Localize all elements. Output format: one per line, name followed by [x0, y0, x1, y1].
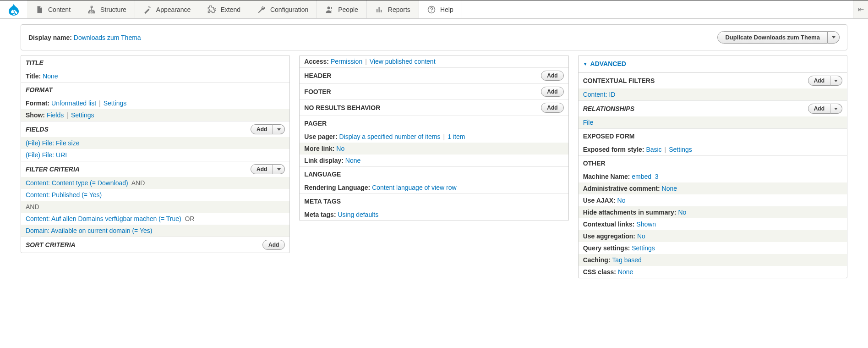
access-permission-link[interactable]: View published content: [370, 58, 436, 65]
caching-value[interactable]: Tag based: [612, 256, 642, 264]
use-aggregation-value[interactable]: No: [637, 232, 645, 240]
rendering-language-value[interactable]: Content language of view row: [372, 184, 456, 191]
access-value[interactable]: Permission: [331, 58, 362, 65]
chart-icon: [375, 6, 383, 14]
metatags-heading: META TAGS: [300, 193, 568, 209]
contextual-add-button[interactable]: Add: [808, 76, 830, 86]
filter-add-dropdown[interactable]: [273, 164, 285, 174]
machine-name-label: Machine Name:: [583, 173, 630, 180]
toolbar-label: Appearance: [156, 6, 191, 13]
more-link-label: More link:: [304, 145, 334, 152]
access-label: Access:: [304, 58, 329, 65]
pager-items-link[interactable]: 1 item: [448, 133, 465, 140]
toolbar-label: Configuration: [270, 6, 308, 13]
contextual-links-label: Contextual links:: [583, 221, 635, 228]
show-settings-link[interactable]: Settings: [71, 111, 94, 119]
relationships-heading: RELATIONSHIPS: [583, 105, 635, 112]
display-name-bar: Display name: Downloads zum Thema Duplic…: [21, 24, 847, 50]
advanced-toggle[interactable]: ▼ADVANCED: [579, 55, 847, 72]
format-settings-link[interactable]: Settings: [104, 99, 127, 107]
display-name-label: Display name:: [28, 34, 72, 41]
relationships-add-dropdown[interactable]: [830, 104, 842, 114]
more-link-value[interactable]: No: [336, 145, 344, 152]
svg-point-2: [431, 11, 432, 12]
toolbar-item-reports[interactable]: Reports: [367, 0, 419, 18]
query-settings-label: Query settings:: [583, 244, 630, 252]
pager-value[interactable]: Display a specified number of items: [339, 133, 441, 140]
display-name-value[interactable]: Downloads zum Thema: [74, 34, 141, 41]
header-add-button[interactable]: Add: [541, 71, 563, 81]
title-label: Title:: [26, 72, 41, 80]
footer-add-button[interactable]: Add: [541, 87, 563, 97]
title-value[interactable]: None: [43, 72, 58, 80]
duplicate-button[interactable]: Duplicate Downloads zum Thema: [717, 31, 828, 44]
toolbar-item-content[interactable]: Content: [27, 0, 79, 18]
query-settings-value[interactable]: Settings: [632, 244, 655, 252]
noresults-heading: NO RESULTS BEHAVIOR: [304, 104, 380, 111]
sort-add-button[interactable]: Add: [262, 240, 285, 250]
drupal-logo[interactable]: [0, 0, 27, 18]
sort-heading: SORT CRITERIA: [26, 241, 76, 249]
exposed-form-style-value[interactable]: Basic: [646, 146, 661, 153]
field-item[interactable]: (File) File: File size: [26, 139, 79, 147]
admin-comment-value[interactable]: None: [662, 185, 677, 192]
advanced-heading: ADVANCED: [590, 60, 626, 67]
toolbar-collapse-icon[interactable]: ⇤: [853, 0, 868, 18]
duplicate-dropdown[interactable]: [828, 31, 840, 44]
triangle-down-icon: ▼: [583, 61, 588, 66]
hide-attachments-label: Hide attachments in summary:: [583, 209, 677, 216]
wrench-icon: [257, 6, 266, 14]
svg-point-0: [328, 6, 330, 9]
filter-item[interactable]: Content: Content type (= Download): [26, 179, 128, 187]
field-item[interactable]: (File) File: URI: [26, 151, 67, 159]
use-ajax-value[interactable]: No: [617, 197, 626, 204]
filter-item[interactable]: Content: Published (= Yes): [26, 191, 102, 199]
toolbar-label: Reports: [388, 6, 410, 13]
fields-add-button[interactable]: Add: [251, 124, 273, 134]
link-display-label: Link display:: [304, 157, 344, 164]
contextual-filter-item[interactable]: Content: ID: [583, 91, 616, 98]
exposed-form-style-label: Exposed form style:: [583, 146, 644, 153]
css-class-value[interactable]: None: [618, 268, 633, 276]
column-middle: Access: Permission|View published conten…: [299, 55, 568, 221]
contextual-links-value[interactable]: Shown: [636, 221, 656, 228]
filter-operator: AND: [26, 203, 39, 210]
metatags-value[interactable]: Using defaults: [338, 211, 378, 218]
toolbar-item-configuration[interactable]: Configuration: [249, 0, 317, 18]
help-icon: [427, 6, 436, 14]
filter-item[interactable]: Content: Auf allen Domains verfügbar mac…: [26, 215, 181, 222]
hierarchy-icon: [87, 6, 96, 14]
column-left: TITLE Title: None FORMAT Format: Unforma…: [21, 55, 290, 253]
use-ajax-label: Use AJAX:: [583, 197, 616, 204]
contextual-filters-heading: CONTEXTUAL FILTERS: [583, 77, 655, 84]
fields-add-dropdown[interactable]: [273, 124, 285, 134]
filter-add-button[interactable]: Add: [251, 164, 273, 174]
toolbar-item-people[interactable]: People: [317, 0, 367, 18]
css-class-label: CSS class:: [583, 268, 616, 276]
language-heading: LANGUAGE: [300, 166, 568, 182]
toolbar-label: Content: [48, 6, 71, 13]
exposed-form-heading: EXPOSED FORM: [579, 128, 847, 144]
metatags-label: Meta tags:: [304, 211, 336, 218]
toolbar-item-help[interactable]: Help: [419, 0, 462, 18]
toolbar-item-appearance[interactable]: Appearance: [135, 0, 200, 18]
toolbar-item-extend[interactable]: Extend: [199, 0, 249, 18]
machine-name-value[interactable]: embed_3: [632, 173, 658, 180]
footer-heading: FOOTER: [304, 88, 331, 95]
other-heading: OTHER: [579, 155, 847, 171]
noresults-add-button[interactable]: Add: [541, 103, 563, 113]
format-value[interactable]: Unformatted list: [51, 99, 96, 107]
show-value[interactable]: Fields: [47, 111, 64, 119]
filter-operator: OR: [185, 215, 194, 222]
link-display-value[interactable]: None: [345, 157, 360, 164]
relationships-add-button[interactable]: Add: [808, 104, 830, 114]
show-label: Show:: [26, 111, 45, 119]
toolbar-item-structure[interactable]: Structure: [79, 0, 135, 18]
contextual-add-dropdown[interactable]: [830, 76, 842, 86]
toolbar-label: Help: [440, 6, 453, 13]
exposed-form-settings-link[interactable]: Settings: [669, 146, 692, 153]
hide-attachments-value[interactable]: No: [678, 209, 686, 216]
relationship-item[interactable]: File: [583, 119, 594, 126]
file-icon: [35, 6, 44, 14]
filter-item[interactable]: Domain: Available on current domain (= Y…: [26, 227, 152, 234]
